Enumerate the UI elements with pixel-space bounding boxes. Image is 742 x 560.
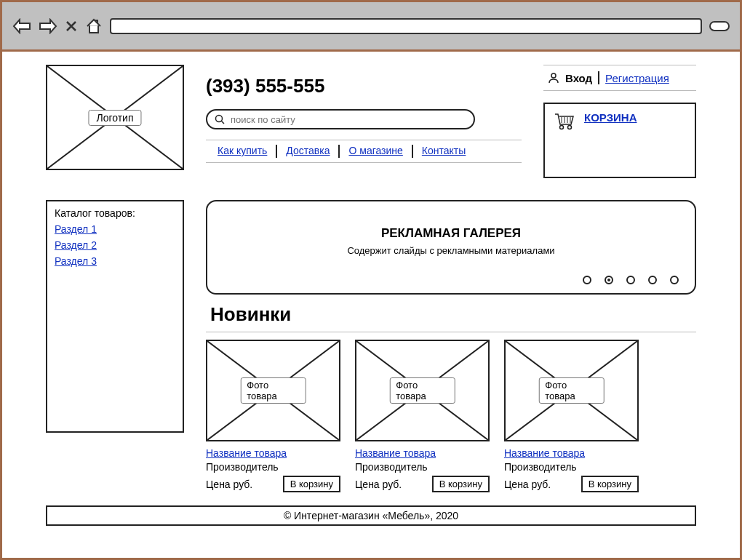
product-card: Фото товара Название товара Производител… — [504, 340, 639, 492]
gallery-dot-active[interactable] — [605, 276, 613, 284]
product-name-link[interactable]: Название товара — [206, 447, 287, 459]
svg-line-3 — [222, 121, 225, 124]
catalog-sidebar: Каталог товаров: Раздел 1 Раздел 2 Разде… — [46, 200, 184, 433]
footer: © Интернет-магазин «Мебель», 2020 — [46, 505, 696, 526]
cart-link[interactable]: КОРЗИНА — [584, 111, 637, 124]
product-maker: Производитель — [206, 461, 340, 473]
stop-icon[interactable] — [65, 20, 78, 33]
search-input[interactable] — [229, 113, 466, 126]
forward-arrow-icon[interactable] — [39, 18, 57, 34]
top-nav: Как купить Доставка О магазине Контакты — [206, 140, 522, 163]
browser-chrome — [2, 2, 740, 52]
product-card: Фото товара Название товара Производител… — [206, 340, 340, 492]
product-photo-placeholder: Фото товара — [355, 340, 490, 441]
photo-label: Фото товара — [389, 377, 455, 404]
nav-how-to-buy[interactable]: Как купить — [209, 145, 276, 158]
add-to-cart-button[interactable]: В корзину — [283, 476, 340, 492]
wireframe-frame: Логотип (393) 555-555 Как купить Доставк… — [0, 0, 742, 560]
product-name-link[interactable]: Название товара — [504, 447, 585, 459]
back-arrow-icon[interactable] — [12, 18, 31, 34]
search-box[interactable] — [206, 109, 475, 129]
user-icon — [548, 72, 559, 84]
gallery-dot[interactable] — [670, 276, 679, 284]
photo-label: Фото товара — [538, 377, 605, 404]
catalog-title: Каталог товаров: — [55, 207, 175, 219]
svg-point-5 — [560, 126, 564, 129]
logo-placeholder: Логотип — [46, 65, 184, 170]
address-bar[interactable] — [110, 18, 702, 34]
product-photo-placeholder: Фото товара — [504, 340, 639, 441]
nav-delivery[interactable]: Доставка — [277, 145, 338, 158]
photo-label: Фото товара — [240, 377, 306, 404]
home-icon[interactable] — [85, 18, 103, 34]
nav-about[interactable]: О магазине — [340, 145, 411, 158]
product-price: Цена руб. — [206, 479, 252, 490]
gallery-dot[interactable] — [626, 276, 635, 284]
catalog-item-2[interactable]: Раздел 2 — [55, 239, 175, 251]
product-maker: Производитель — [355, 461, 490, 473]
address-knob-icon[interactable] — [709, 21, 730, 31]
cart-icon — [554, 111, 575, 130]
catalog-item-3[interactable]: Раздел 3 — [55, 255, 175, 267]
phone-number: (393) 555-555 — [206, 75, 522, 97]
product-price: Цена руб. — [355, 479, 402, 490]
add-to-cart-button[interactable]: В корзину — [581, 476, 639, 492]
nav-separator — [598, 71, 599, 84]
add-to-cart-button[interactable]: В корзину — [432, 476, 490, 492]
product-photo-placeholder: Фото товара — [206, 340, 340, 441]
search-icon — [215, 114, 225, 124]
products-row: Фото товара Название товара Производител… — [206, 332, 696, 492]
login-bar: Вход Регистрация — [543, 65, 696, 91]
ad-gallery-title: РЕКЛАМНАЯ ГАЛЕРЕЯ — [207, 226, 695, 241]
ad-gallery: РЕКЛАМНАЯ ГАЛЕРЕЯ Содержит слайды с рекл… — [206, 200, 696, 295]
logo-label: Логотип — [88, 110, 141, 126]
login-label[interactable]: Вход — [565, 72, 592, 84]
gallery-dot[interactable] — [583, 276, 591, 284]
gallery-dots — [583, 276, 679, 284]
svg-point-2 — [216, 116, 223, 122]
cart-box[interactable]: КОРЗИНА — [543, 103, 696, 178]
product-maker: Производитель — [504, 461, 639, 473]
register-link[interactable]: Регистрация — [605, 72, 669, 84]
svg-point-4 — [551, 73, 556, 78]
novinki-heading: Новинки — [210, 303, 696, 326]
nav-contacts[interactable]: Контакты — [413, 145, 474, 158]
ad-gallery-subtitle: Содержит слайды с рекламными материалами — [207, 245, 695, 256]
product-card: Фото товара Название товара Производител… — [355, 340, 490, 492]
gallery-dot[interactable] — [648, 276, 657, 284]
product-price: Цена руб. — [504, 479, 551, 490]
product-name-link[interactable]: Название товара — [355, 447, 436, 459]
svg-point-6 — [568, 126, 572, 129]
catalog-item-1[interactable]: Раздел 1 — [55, 223, 175, 235]
